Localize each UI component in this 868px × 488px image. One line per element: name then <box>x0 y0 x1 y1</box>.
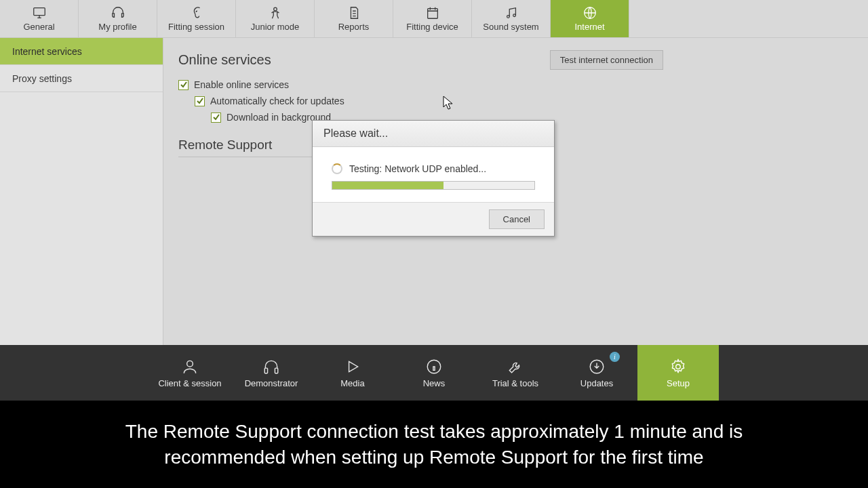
tab-label: Junior mode <box>251 22 300 32</box>
tab-label: Trial & tools <box>492 378 538 388</box>
bottom-tab-trial[interactable]: Trial & tools <box>475 345 556 401</box>
caption-strip: The Remote Support connection test takes… <box>0 401 868 488</box>
checkbox-enable-online[interactable]: Enable online services <box>178 79 853 90</box>
spinner-icon <box>332 163 342 174</box>
checkbox-icon <box>195 96 205 106</box>
gear-icon <box>669 358 687 375</box>
tab-my-profile[interactable]: My profile <box>79 0 157 37</box>
checkbox-auto-updates[interactable]: Automatically check for updates <box>195 96 853 106</box>
tab-label: Fitting session <box>168 22 224 32</box>
tab-internet[interactable]: Internet <box>551 0 629 37</box>
bottom-tab-news[interactable]: News <box>393 345 475 401</box>
bottom-tab-demonstrator[interactable]: Demonstrator <box>231 345 312 401</box>
tab-label: Fitting device <box>406 22 458 32</box>
checkbox-icon <box>178 80 189 90</box>
bottom-tab-media[interactable]: Media <box>312 345 393 401</box>
play-icon <box>344 358 361 375</box>
ear-icon <box>189 5 204 20</box>
progress-fill <box>332 182 443 189</box>
tab-label: Client & session <box>158 378 221 388</box>
dialog-status-text: Testing: Network UDP enabled... <box>349 163 486 174</box>
monitor-icon <box>32 5 47 20</box>
progress-bar <box>332 181 535 190</box>
tab-sound-system[interactable]: Sound system <box>472 0 551 37</box>
sidebar-item-internet-services[interactable]: Internet services <box>0 38 163 65</box>
tab-label: Internet <box>574 22 604 32</box>
bottom-tab-client[interactable]: Client & session <box>149 345 231 401</box>
online-services-title: Online services <box>178 52 271 68</box>
headphones-icon <box>262 358 280 375</box>
checkbox-icon <box>211 113 221 123</box>
dialog-title: Please wait... <box>313 121 554 147</box>
bottom-bar: Client & session Demonstrator Media News… <box>0 345 868 401</box>
tab-fitting-session[interactable]: Fitting session <box>157 0 236 37</box>
sidebar-item-label: Internet services <box>12 46 82 57</box>
svg-point-6 <box>187 361 193 367</box>
wait-dialog: Please wait... Testing: Network UDP enab… <box>312 120 555 237</box>
remote-support-title: Remote Support <box>178 138 314 157</box>
sidebar-item-label: Proxy settings <box>12 73 72 84</box>
tab-label: Reports <box>338 22 370 32</box>
svg-rect-2 <box>427 9 437 19</box>
test-connection-button[interactable]: Test internet connection <box>550 50 663 70</box>
sidebar-item-proxy-settings[interactable]: Proxy settings <box>0 65 163 92</box>
wrench-icon <box>507 358 524 375</box>
tab-label: News <box>423 378 446 388</box>
music-icon <box>504 5 519 20</box>
bottom-tab-updates[interactable]: i Updates <box>556 345 637 401</box>
top-tabs: General My profile Fitting session Junio… <box>0 0 868 38</box>
calendar-icon <box>425 5 440 20</box>
svg-point-4 <box>513 14 515 17</box>
checkbox-label: Enable online services <box>194 79 289 90</box>
tab-label: Updates <box>580 378 613 388</box>
tab-reports[interactable]: Reports <box>315 0 393 37</box>
tab-label: General <box>23 22 54 32</box>
document-icon <box>347 5 361 20</box>
tab-label: Setup <box>667 378 690 388</box>
person-icon <box>181 358 199 375</box>
svg-point-11 <box>676 364 681 369</box>
headset-icon <box>111 5 125 20</box>
download-icon <box>588 358 606 375</box>
tab-label: Demonstrator <box>245 378 298 388</box>
checkbox-label: Automatically check for updates <box>210 96 344 106</box>
child-icon <box>268 5 283 20</box>
cancel-button[interactable]: Cancel <box>489 209 545 229</box>
svg-rect-7 <box>264 368 267 373</box>
globe-icon <box>583 5 597 20</box>
svg-rect-0 <box>33 8 45 16</box>
tab-fitting-device[interactable]: Fitting device <box>393 0 472 37</box>
svg-point-1 <box>273 7 277 11</box>
tab-label: Sound system <box>483 22 538 32</box>
svg-point-3 <box>507 16 509 18</box>
updates-badge: i <box>610 352 620 362</box>
tab-label: Media <box>340 378 364 388</box>
tab-label: My profile <box>98 22 136 32</box>
tab-junior-mode[interactable]: Junior mode <box>236 0 315 37</box>
info-icon <box>425 358 443 375</box>
bottom-tab-setup[interactable]: Setup <box>637 345 719 401</box>
tab-general[interactable]: General <box>0 0 79 37</box>
svg-rect-8 <box>275 368 277 373</box>
sidebar: Internet services Proxy settings <box>0 38 163 345</box>
